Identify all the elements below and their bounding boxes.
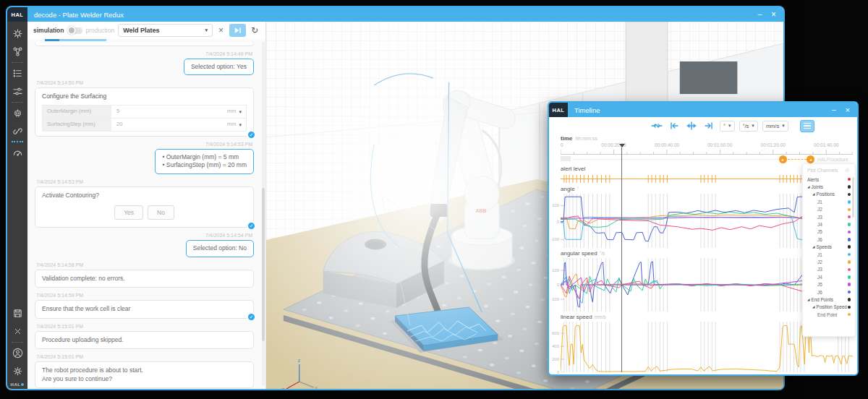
center-playhead-icon[interactable]	[685, 120, 698, 132]
channel-position-speed[interactable]: ◢Position Speed	[804, 304, 854, 311]
channel-j2[interactable]: J2	[804, 206, 854, 213]
mode-simulation-label[interactable]: simulation	[33, 27, 64, 34]
bot-message-card: Ensure that the work cell is clear✓	[35, 300, 254, 318]
procedure-marker-link	[788, 159, 807, 160]
y-tick-label: 100	[550, 268, 559, 273]
field-unit-select[interactable]: mm▾	[223, 119, 246, 131]
sequence-icon[interactable]	[7, 64, 27, 82]
parameters-icon[interactable]	[7, 82, 27, 100]
plot-channels-toggle-button[interactable]	[800, 120, 814, 132]
message-timestamp: 7/4/2024 5:15:01 PM	[36, 354, 252, 359]
linear-speed-label: linear speedmm/s	[561, 314, 605, 320]
link-icon[interactable]	[7, 122, 27, 140]
sidebar-divider	[12, 342, 23, 343]
fit-horizontal-icon[interactable]	[650, 120, 663, 132]
procedure-select[interactable]: Weld Plates ▾	[118, 24, 213, 37]
channel-j6[interactable]: J6	[804, 236, 854, 243]
chat-message-list[interactable]: 7/4/2024 5:14:49 PMSelected option: Yes7…	[27, 41, 261, 389]
option-yes-button[interactable]: Yes	[114, 205, 143, 220]
timeline-minimize-button[interactable]: –	[832, 106, 836, 113]
angular-speed-unit-select[interactable]: °/s▾	[739, 121, 758, 132]
field-value[interactable]: 20	[111, 119, 223, 131]
mode-toggle[interactable]	[68, 27, 82, 34]
field-label: SurfacingStep (mm)	[43, 119, 111, 131]
procedure-toolbar: simulation production Weld Plates ▾ × ↻	[27, 22, 265, 39]
save-icon[interactable]	[7, 304, 27, 322]
channel-j1[interactable]: J1	[804, 251, 854, 258]
network-icon[interactable]	[7, 43, 27, 61]
completed-check-badge: ✓	[247, 130, 256, 140]
close-tool-icon[interactable]	[7, 322, 27, 340]
y-tick-label: 200	[550, 357, 559, 361]
channel-positions[interactable]: ◢Positions	[804, 191, 854, 198]
y-tick-label: -100	[550, 297, 559, 301]
minimize-button[interactable]: –	[757, 11, 762, 18]
completed-check-badge: ✓	[247, 221, 256, 231]
y-tick-label: 0	[550, 220, 559, 224]
close-button[interactable]: ×	[771, 10, 776, 19]
procedure-select-value: Weld Plates	[123, 27, 205, 34]
ruler-tick-label: 00:00:40.00	[655, 142, 679, 147]
field-unit-select[interactable]: mm▾	[223, 106, 246, 118]
angle-unit-select[interactable]: °▾	[720, 121, 735, 132]
linear-speed-unit-select[interactable]: mm/s▾	[762, 121, 788, 132]
main-titlebar: HAL decode - Plate Welder Redux – ×	[7, 7, 783, 22]
robot-icon[interactable]	[7, 104, 27, 122]
chevron-down-icon: ▾	[728, 123, 731, 129]
ruler-range-chip	[561, 156, 571, 161]
gear-icon[interactable]	[844, 167, 851, 173]
message-timestamp: 7/4/2024 5:14:50 PM	[36, 80, 252, 85]
y-tick-label: 0	[550, 283, 559, 287]
procedure-end-marker[interactable]: ◂	[807, 155, 814, 163]
play-button[interactable]	[229, 24, 246, 37]
channel-speeds[interactable]: ◢Speeds	[804, 244, 854, 251]
close-procedure-button[interactable]: ×	[216, 26, 226, 35]
channel-j3[interactable]: J3	[804, 213, 854, 220]
user-icon[interactable]	[7, 344, 27, 362]
time-ruler-ticks[interactable]	[561, 148, 853, 154]
gauge-icon[interactable]	[7, 144, 27, 162]
time-ruler[interactable]	[561, 154, 853, 155]
channel-j4[interactable]: J4	[804, 273, 854, 280]
time-ruler-labels: 000:00:20.0000:00:40.0000:01:00.0000:01:…	[549, 142, 857, 148]
settings-icon[interactable]	[7, 362, 27, 380]
plot-channels-panel: Plot Channels Alerts◢Joints◢PositionsJ1J…	[802, 163, 856, 337]
chevron-down-icon: ▾	[239, 108, 242, 115]
form-field-row: OuterMargin (mm)5mm▾	[42, 105, 247, 119]
axis-z-label: z	[298, 358, 300, 363]
chat-scrollbar-thumb[interactable]	[262, 188, 265, 341]
robot-settings-icon[interactable]	[7, 25, 27, 43]
procedure-start-marker[interactable]: ▸	[779, 155, 787, 163]
refresh-button[interactable]: ↻	[250, 26, 260, 35]
message-timestamp: 7/4/2024 5:14:58 PM	[36, 262, 252, 267]
channel-j2[interactable]: J2	[804, 258, 854, 265]
mode-production-label[interactable]: production	[86, 27, 115, 34]
channel-j3[interactable]: J3	[804, 266, 854, 273]
ruler-tick-label: 00:01:20.00	[761, 142, 786, 147]
channel-j4[interactable]: J4	[804, 220, 854, 228]
channel-end-points[interactable]: ◢End Points	[804, 296, 854, 303]
channel-joints[interactable]: ◢Joints	[804, 183, 854, 190]
legend-scrollbar-thumb[interactable]	[852, 177, 854, 218]
timeline-close-button[interactable]: ×	[846, 106, 850, 114]
skip-to-start-icon[interactable]	[668, 120, 681, 132]
channel-j5[interactable]: J5	[804, 280, 854, 288]
channel-j6[interactable]: J6	[804, 288, 854, 296]
skip-to-end-icon[interactable]	[702, 120, 715, 132]
channel-alerts[interactable]: Alerts	[804, 176, 854, 183]
chevron-down-icon: ▾	[239, 121, 242, 128]
abb-logo: ABB	[475, 208, 486, 213]
user-reply-bubble: Selected option: No	[186, 240, 254, 257]
plot-channels-title: Plot Channels	[807, 168, 838, 173]
channel-j1[interactable]: J1	[804, 198, 854, 205]
playhead-line[interactable]	[621, 147, 622, 372]
hal-logo: HAL	[7, 7, 27, 22]
channel-end-point[interactable]: End Point	[804, 311, 854, 318]
channel-j5[interactable]: J5	[804, 228, 854, 236]
form-title: Configure the Surfacing	[42, 93, 247, 100]
user-reply-bubble: • OuterMargin (mm) = 5 mm• SurfacingStep…	[155, 149, 254, 174]
option-no-button[interactable]: No	[148, 205, 174, 220]
field-value[interactable]: 5	[111, 106, 223, 118]
sidebar-divider	[12, 62, 23, 63]
message-timestamp: 7/4/2024 5:14:49 PM	[36, 51, 252, 56]
